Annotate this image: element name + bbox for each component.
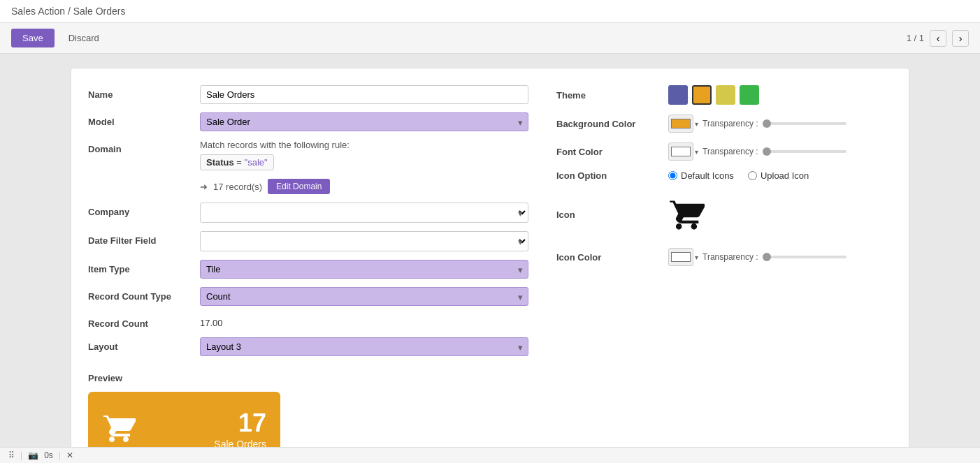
- status-close-icon[interactable]: ✕: [66, 450, 73, 460]
- save-button[interactable]: Save: [11, 29, 55, 47]
- pagination-prev-button[interactable]: ‹: [930, 30, 946, 47]
- date-filter-select-wrapper: [200, 231, 528, 251]
- icon-option-label: Icon Option: [556, 170, 668, 181]
- record-count-type-label: Record Count Type: [88, 287, 200, 302]
- form-layout: Name Model Sale Order: [88, 85, 892, 463]
- pagination-next-button[interactable]: ›: [952, 30, 969, 47]
- theme-swatch-3[interactable]: [740, 85, 759, 105]
- name-label: Name: [88, 85, 200, 100]
- status-separator-1: |: [20, 450, 22, 460]
- preview-cart-icon: [102, 411, 136, 449]
- theme-swatch-1[interactable]: [692, 85, 712, 105]
- model-select-wrapper: Sale Order: [200, 112, 528, 131]
- company-select-wrapper: [200, 203, 528, 223]
- item-type-row: Item Type Tile: [88, 260, 528, 279]
- theme-swatch-2[interactable]: [716, 85, 735, 105]
- item-type-select[interactable]: Tile: [200, 260, 528, 279]
- record-count-type-row: Record Count Type Count: [88, 287, 528, 306]
- name-row: Name: [88, 85, 528, 104]
- theme-row: Theme: [556, 85, 892, 105]
- form-card: Name Model Sale Order: [71, 68, 909, 463]
- bg-transparency-label: Transparency :: [702, 119, 758, 128]
- icon-color-picker[interactable]: [668, 248, 693, 266]
- bg-color-control: ▾ Transparency :: [668, 115, 892, 133]
- layout-select-wrapper: Layout 3: [200, 337, 528, 356]
- model-select[interactable]: Sale Order: [200, 112, 528, 131]
- font-color-control: ▾ Transparency :: [668, 142, 892, 161]
- theme-swatch-0[interactable]: [668, 85, 688, 105]
- domain-label: Domain: [88, 140, 200, 154]
- record-count-control: 17.00: [200, 314, 528, 328]
- status-separator-2: |: [59, 450, 61, 460]
- icon-color-label: Icon Color: [556, 252, 668, 263]
- icon-transparency-label: Transparency :: [702, 252, 758, 262]
- company-row: Company: [88, 203, 528, 223]
- icon-row: Icon: [556, 191, 892, 238]
- preview-number: 17: [238, 411, 266, 436]
- theme-label: Theme: [556, 90, 668, 101]
- pagination-controls: 1 / 1 ‹ ›: [907, 30, 969, 47]
- icon-option-upload[interactable]: Upload Icon: [748, 170, 809, 181]
- breadcrumb: Sales Action / Sale Orders: [0, 0, 980, 23]
- icon-transparency-slider[interactable]: [763, 256, 846, 258]
- icon-option-control: Default Icons Upload Icon: [668, 170, 892, 181]
- record-count-label: Record Count: [88, 314, 200, 329]
- model-control: Sale Order: [200, 112, 528, 131]
- layout-label: Layout: [88, 337, 200, 352]
- main-content: Name Model Sale Order: [0, 54, 980, 463]
- bg-color-row: Background Color ▾ Transparency :: [556, 115, 892, 133]
- domain-filter-tag: Status = "sale": [200, 154, 274, 170]
- domain-filter-op: =: [236, 157, 244, 168]
- form-right: Theme Background Color ▾: [556, 85, 892, 463]
- layout-control: Layout 3: [200, 337, 528, 356]
- layout-row: Layout Layout 3: [88, 337, 528, 356]
- name-control: [200, 85, 528, 104]
- record-count-type-select-wrapper: Count: [200, 287, 528, 306]
- cart-icon-svg: [668, 196, 705, 233]
- record-count-value: 17.00: [200, 314, 528, 328]
- status-dots-icon: ⠿: [8, 450, 15, 460]
- layout-select[interactable]: Layout 3: [200, 337, 528, 356]
- item-type-control: Tile: [200, 260, 528, 279]
- date-filter-control: [200, 231, 528, 251]
- bg-color-picker[interactable]: [668, 115, 693, 133]
- icon-option-default-radio[interactable]: [668, 171, 677, 180]
- item-type-select-wrapper: Tile: [200, 260, 528, 279]
- bg-color-label: Background Color: [556, 119, 668, 129]
- record-count-row: Record Count 17.00: [88, 314, 528, 329]
- status-camera-icon: 📷: [28, 450, 38, 460]
- status-timer: 0s: [44, 450, 53, 460]
- bg-transparency-slider[interactable]: [763, 122, 846, 125]
- toolbar-left: Save Discard: [11, 29, 108, 47]
- discard-button[interactable]: Discard: [60, 29, 108, 47]
- domain-help-text: Match records with the following rule:: [200, 140, 528, 150]
- icon-option-default[interactable]: Default Icons: [668, 170, 734, 181]
- font-color-label: Font Color: [556, 147, 668, 157]
- theme-swatches: [668, 85, 892, 105]
- icon-option-upload-radio[interactable]: [748, 171, 757, 180]
- model-label: Model: [88, 112, 200, 127]
- icon-option-row: Icon Option Default Icons Upload Icon: [556, 170, 892, 181]
- records-count: 17 record(s): [213, 182, 262, 192]
- status-bar: ⠿ | 📷 0s | ✕: [0, 447, 980, 463]
- record-count-type-select[interactable]: Count: [200, 287, 528, 306]
- date-filter-select[interactable]: [200, 231, 528, 251]
- icon-color-row: Icon Color ▾ Transparency :: [556, 248, 892, 266]
- date-filter-row: Date Filter Field: [88, 231, 528, 251]
- font-transparency-label: Transparency :: [702, 147, 758, 156]
- font-color-picker[interactable]: [668, 142, 693, 161]
- preview-info: 17 Sale Orders: [150, 411, 266, 450]
- pagination-text: 1 / 1: [907, 33, 924, 43]
- name-input[interactable]: [200, 85, 528, 104]
- font-transparency-slider[interactable]: [763, 150, 846, 153]
- icon-color-control: ▾ Transparency :: [668, 248, 892, 266]
- arrow-icon: ➜: [200, 182, 208, 192]
- edit-domain-button[interactable]: Edit Domain: [268, 179, 330, 194]
- company-select[interactable]: [200, 203, 528, 223]
- item-type-label: Item Type: [88, 260, 200, 274]
- records-row: ➜ 17 record(s) Edit Domain: [200, 179, 528, 194]
- icon-display: [668, 191, 892, 238]
- preview-label: Preview: [88, 373, 528, 383]
- domain-filter-val: "sale": [245, 157, 268, 168]
- company-label: Company: [88, 203, 200, 217]
